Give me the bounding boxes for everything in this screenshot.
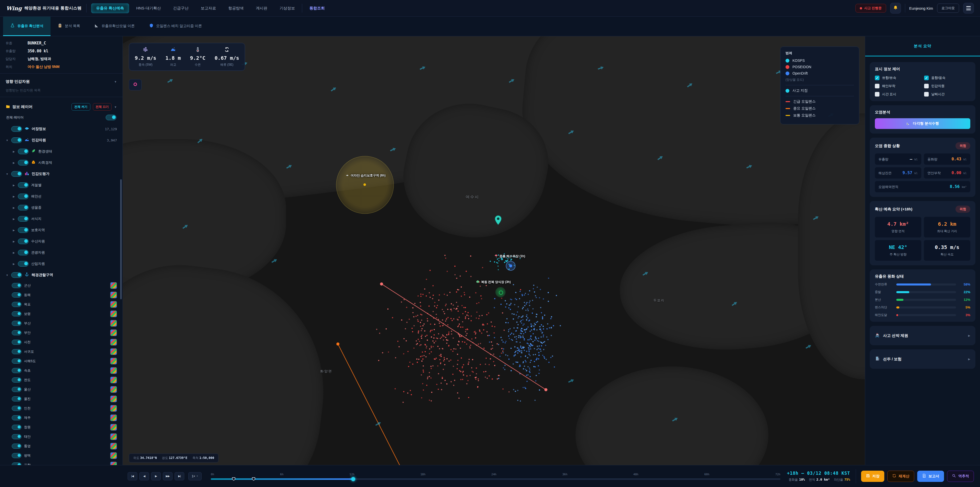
layer-style-icon[interactable] — [110, 377, 117, 383]
layer-row[interactable]: ▶생물종 — [6, 202, 117, 213]
station-toggle[interactable] — [12, 359, 21, 364]
station-toggle[interactable] — [12, 453, 21, 458]
station-row[interactable]: 창원 — [6, 422, 117, 432]
layer-toggle[interactable] — [18, 261, 29, 267]
checkbox-checked-icon[interactable]: ✓ — [924, 76, 929, 80]
station-row[interactable]: 사천 — [6, 337, 117, 347]
playback-button-4[interactable]: ▶| — [175, 472, 184, 481]
station-toggle[interactable] — [12, 377, 21, 383]
checkbox-checked-icon[interactable]: ✓ — [875, 76, 880, 80]
playback-button-0[interactable]: |◀ — [127, 472, 137, 481]
station-row[interactable]: 동해 — [6, 290, 117, 300]
station-row[interactable]: 평택 — [6, 451, 117, 460]
nav-item-0[interactable]: 유출유 확산예측 — [91, 3, 129, 13]
notifications-button[interactable] — [890, 3, 901, 14]
layer-style-icon[interactable] — [110, 405, 117, 412]
nav-item-5[interactable]: 게시판 — [251, 3, 272, 13]
layer-toggle[interactable] — [11, 272, 22, 278]
nav-item-2[interactable]: 긴급구난 — [168, 3, 193, 13]
subtab-1[interactable]: 분석 목록 — [51, 17, 87, 36]
all-layers-toggle[interactable] — [106, 115, 116, 120]
layer-row[interactable]: 어장정보17,129 — [6, 123, 117, 134]
map-area[interactable]: 여자만 습지보호구역 (6h)중흥 해수욕장 (1h)북동 전복 양식장 (3h… — [123, 36, 865, 465]
refresh-button[interactable]: 재계산 — [887, 471, 914, 482]
station-toggle[interactable] — [12, 302, 21, 307]
checkbox-icon[interactable] — [924, 84, 929, 88]
station-row[interactable]: 목포 — [6, 300, 117, 309]
station-toggle[interactable] — [12, 425, 21, 430]
station-toggle[interactable] — [12, 321, 21, 326]
station-row[interactable]: 완도 — [6, 375, 117, 385]
nav-item-3[interactable]: 보고자료 — [196, 3, 221, 13]
layer-toggle[interactable] — [18, 193, 29, 199]
layer-style-icon[interactable] — [110, 320, 117, 327]
layers-all-off-button[interactable]: 전체 끄기 — [93, 103, 111, 110]
layer-toggle[interactable] — [18, 205, 29, 211]
report-button[interactable]: 보고서 — [917, 471, 944, 482]
layer-toggle[interactable] — [18, 238, 29, 244]
display-checkbox[interactable]: 날짜시간 — [924, 92, 970, 97]
layer-style-icon[interactable] — [110, 424, 117, 431]
layer-toggle[interactable] — [18, 250, 29, 255]
layer-style-icon[interactable] — [110, 452, 117, 459]
station-row[interactable]: 부산 — [6, 318, 117, 328]
layer-style-icon[interactable] — [110, 282, 117, 289]
layer-style-icon[interactable] — [110, 358, 117, 364]
station-toggle[interactable] — [12, 387, 21, 392]
station-toggle[interactable] — [12, 415, 21, 420]
playback-button-3[interactable]: ▶▶ — [163, 472, 172, 481]
layer-row[interactable]: ▶산업자원 — [6, 258, 117, 270]
layers-all-on-button[interactable]: 전체 켜기 — [72, 103, 90, 110]
subtab-3[interactable]: 오일펜스 배치 알고리즘 이론 — [142, 17, 209, 36]
layer-row[interactable]: ▶서식지 — [6, 213, 117, 225]
layer-toggle[interactable] — [11, 126, 22, 132]
checkbox-icon[interactable] — [875, 92, 880, 97]
collapsed-card-1[interactable]: 선주 / 보험▶ — [870, 349, 975, 369]
layer-row[interactable]: ▶계절별 — [6, 179, 117, 191]
timeline-knob[interactable] — [351, 477, 355, 481]
station-toggle[interactable] — [12, 311, 21, 316]
layer-row[interactable]: ▶환경생태 — [6, 146, 117, 157]
station-row[interactable]: 군산 — [6, 281, 117, 290]
layer-toggle[interactable] — [11, 171, 22, 177]
station-row[interactable]: 포항 — [6, 460, 117, 465]
layer-toggle[interactable] — [11, 137, 22, 143]
logout-button[interactable]: 로그아웃 — [937, 3, 959, 13]
station-toggle[interactable] — [12, 368, 21, 373]
incident-pin[interactable] — [495, 215, 502, 225]
checkbox-icon[interactable] — [875, 84, 880, 88]
display-checkbox[interactable]: 민감자원 — [924, 84, 970, 88]
layer-style-icon[interactable] — [110, 462, 117, 465]
layer-style-icon[interactable] — [110, 311, 117, 317]
layer-style-icon[interactable] — [110, 443, 117, 449]
search-button[interactable]: 역추적 — [947, 471, 974, 482]
layer-row[interactable]: ▶보호지역 — [6, 225, 117, 236]
station-row[interactable]: 통영 — [6, 441, 117, 451]
layer-toggle[interactable] — [18, 216, 29, 222]
station-row[interactable]: 속초 — [6, 366, 117, 375]
station-row[interactable]: 울산 — [6, 385, 117, 394]
layer-toggle[interactable] — [18, 148, 29, 154]
station-toggle[interactable] — [12, 406, 21, 411]
station-toggle[interactable] — [12, 444, 21, 449]
checkbox-icon[interactable] — [924, 92, 929, 97]
menu-button[interactable] — [963, 3, 974, 14]
layer-style-icon[interactable] — [110, 396, 117, 402]
station-toggle[interactable] — [12, 349, 21, 354]
nav-item-4[interactable]: 항공탐색 — [223, 3, 248, 13]
station-toggle[interactable] — [12, 434, 21, 439]
sidebar-scrollbar[interactable] — [120, 179, 122, 299]
station-row[interactable]: 인천 — [6, 404, 117, 413]
layer-style-icon[interactable] — [110, 301, 117, 308]
layer-style-icon[interactable] — [110, 386, 117, 393]
layer-row[interactable]: ▼해경관할구역 — [6, 270, 117, 281]
layer-style-icon[interactable] — [110, 339, 117, 345]
station-toggle[interactable] — [12, 283, 21, 288]
display-checkbox[interactable]: ✓풍향/풍속 — [924, 76, 970, 80]
save-button[interactable]: 저장 — [861, 471, 884, 482]
nav-item-1[interactable]: HNS·대기확산 — [131, 3, 166, 13]
station-row[interactable]: 울진 — [6, 394, 117, 404]
station-toggle[interactable] — [12, 463, 21, 465]
layer-toggle[interactable] — [18, 227, 29, 233]
display-checkbox[interactable]: 시간 표시 — [875, 92, 921, 97]
